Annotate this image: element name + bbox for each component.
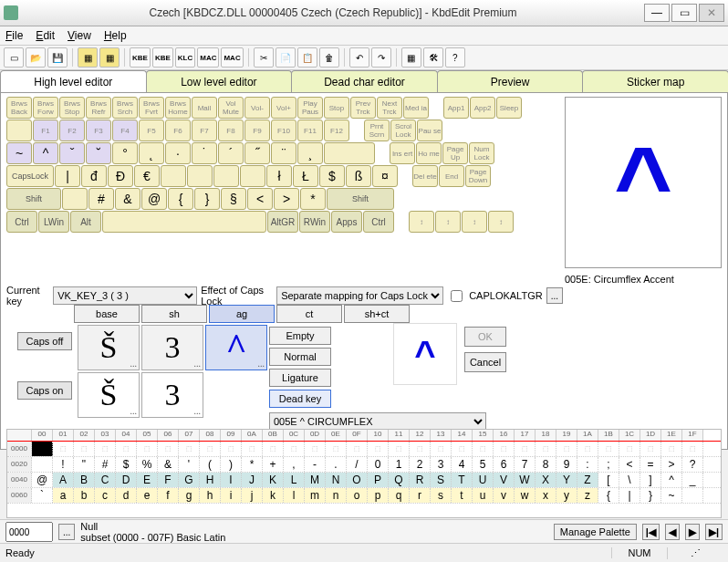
deadkey-select[interactable]: 005E ^ CIRCUMFLEX <box>269 412 486 431</box>
key[interactable]: ł <box>266 165 292 187</box>
key[interactable]: § <box>221 188 246 210</box>
palette-cell[interactable]: m <box>305 488 326 503</box>
palette-cell[interactable]: y <box>556 488 577 503</box>
key[interactable]: AltGR <box>267 211 298 233</box>
palette-cell[interactable]: r <box>410 488 431 503</box>
palette-cell[interactable]: M <box>305 473 326 487</box>
state-ag[interactable]: ag <box>209 305 275 323</box>
key[interactable]: End <box>439 165 464 187</box>
tool-copy[interactable]: 📄 <box>276 47 296 68</box>
key[interactable]: ^ <box>33 142 58 164</box>
tool-klc[interactable]: KLC <box>175 47 195 68</box>
palette-cell[interactable]: l <box>284 488 305 503</box>
key[interactable]: App1 <box>443 97 469 119</box>
palette-cell[interactable]: G <box>179 473 200 487</box>
key[interactable]: @ <box>141 188 167 210</box>
key[interactable] <box>187 165 213 187</box>
palette-cell[interactable]: p <box>368 488 389 503</box>
palette-cell[interactable]: < <box>619 457 640 472</box>
key[interactable]: F9 <box>244 120 270 141</box>
palette-cell[interactable]: C <box>95 473 116 487</box>
palette-cell[interactable]: _ <box>682 473 703 487</box>
palette-cell[interactable]: ) <box>221 457 242 472</box>
palette-cell[interactable]: & <box>158 457 179 472</box>
key[interactable]: App2 <box>470 97 495 119</box>
key[interactable]: CapsLock <box>6 165 54 187</box>
state-ct[interactable]: ct <box>276 305 342 323</box>
palette-cell[interactable]: H <box>200 473 221 487</box>
current-key-select[interactable]: VK_KEY_3 ( 3 ) <box>53 286 197 305</box>
key[interactable]: · <box>165 142 191 164</box>
palette-cell[interactable]: 7 <box>515 457 536 472</box>
state-shct[interactable]: sh+ct <box>344 305 410 323</box>
key[interactable]: Page Up <box>442 142 468 164</box>
key[interactable]: Brws Refr <box>86 97 111 119</box>
key[interactable]: Num Lock <box>469 142 494 164</box>
key[interactable]: F5 <box>139 120 164 141</box>
palette-cell[interactable]: n <box>326 488 347 503</box>
key[interactable]: > <box>274 188 299 210</box>
more-button[interactable]: ... <box>546 287 563 304</box>
palette-cell[interactable]: # <box>95 457 116 472</box>
key[interactable]: * <box>300 188 326 210</box>
palette-cell[interactable]: x <box>536 488 556 503</box>
key[interactable] <box>240 165 265 187</box>
cell-sh-capsoff[interactable]: 3... <box>141 325 203 370</box>
palette-cell[interactable]: - <box>305 457 326 472</box>
key[interactable]: < <box>247 188 273 210</box>
key[interactable]: ˘ <box>86 142 111 164</box>
key[interactable]: Ins ert <box>390 142 415 164</box>
key[interactable]: ↕ <box>435 211 461 233</box>
key[interactable]: Brws Fvrt <box>139 97 164 119</box>
key[interactable]: Brws Back <box>6 97 32 119</box>
key[interactable] <box>376 142 389 164</box>
palette-cell[interactable]: h <box>200 488 221 503</box>
key[interactable] <box>6 120 32 141</box>
tool-pkg-2[interactable]: ▦ <box>99 47 120 68</box>
manage-palette-button[interactable]: Manage Palette <box>554 524 637 540</box>
tool-pkg-1[interactable]: ▦ <box>78 47 98 68</box>
palette-cell[interactable]: T <box>452 473 473 487</box>
palette-cell[interactable]: L <box>284 473 305 487</box>
palette-cell[interactable]: ( <box>200 457 221 472</box>
palette-cell[interactable]: | <box>619 488 640 503</box>
key[interactable]: Med ia <box>403 97 429 119</box>
menu-view[interactable]: View <box>68 29 91 42</box>
palette-cell[interactable]: , <box>284 457 305 472</box>
key[interactable] <box>102 211 266 233</box>
tool-paste[interactable]: 📋 <box>297 47 317 68</box>
palette-cell[interactable]: W <box>515 473 536 487</box>
palette-cell[interactable]: = <box>640 457 661 472</box>
tool-help[interactable]: ? <box>445 47 465 68</box>
key[interactable]: Brws Forw <box>33 97 58 119</box>
palette-cell[interactable]: U <box>473 473 494 487</box>
close-button[interactable]: ✕ <box>699 4 724 22</box>
nav-last[interactable]: ▶| <box>705 524 723 540</box>
key[interactable]: ↕ <box>409 211 434 233</box>
palette-cell[interactable]: s <box>431 488 452 503</box>
palette-cell[interactable]: D <box>116 473 137 487</box>
palette-cell[interactable]: @ <box>32 473 53 487</box>
palette-cell[interactable]: E <box>137 473 158 487</box>
key[interactable]: F8 <box>218 120 244 141</box>
key[interactable]: Alt <box>70 211 101 233</box>
palette-cell[interactable]: 9 <box>556 457 577 472</box>
tab-low-level[interactable]: Low level editor <box>146 70 293 92</box>
palette-cell[interactable]: v <box>494 488 515 503</box>
minimize-button[interactable]: — <box>644 4 670 22</box>
key[interactable]: Vol Mute <box>218 97 244 119</box>
palette-cell[interactable]: : <box>577 457 598 472</box>
key[interactable]: Vol+ <box>271 97 296 119</box>
key[interactable] <box>62 188 88 210</box>
palette-cell[interactable]: Q <box>389 473 410 487</box>
palette-cell[interactable]: f <box>158 488 179 503</box>
key[interactable]: Brws Srch <box>112 97 138 119</box>
palette-cell[interactable]: k <box>263 488 284 503</box>
palette-cell[interactable]: b <box>74 488 95 503</box>
palette-cell[interactable]: I <box>221 473 242 487</box>
palette-cell[interactable]: Z <box>577 473 598 487</box>
key[interactable]: Play Paus <box>297 97 323 119</box>
palette-cell[interactable]: j <box>242 488 263 503</box>
key[interactable]: Scrol Lock <box>390 120 416 141</box>
palette-cell[interactable]: ; <box>598 457 619 472</box>
